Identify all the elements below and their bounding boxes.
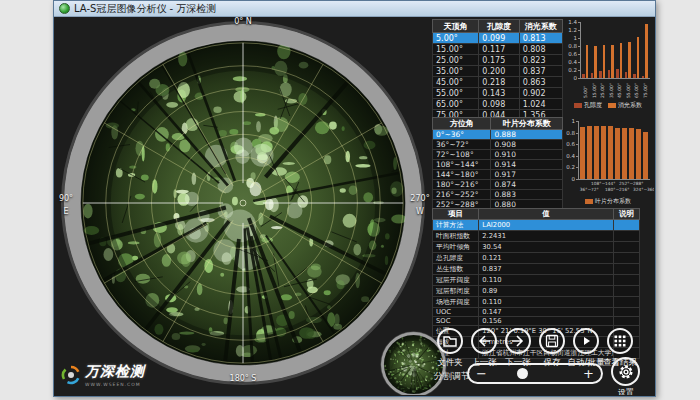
table-row[interactable]: 65.00°0.0981.024 [433, 99, 563, 110]
table-row[interactable]: 25.00°0.1750.823 [433, 55, 563, 66]
bar [608, 70, 611, 78]
brand-icon [61, 365, 81, 385]
x-tick-label: 45.00° [617, 78, 622, 98]
bar [603, 45, 606, 78]
table-row[interactable]: 冠层郁闭度0.89 [433, 286, 640, 297]
view-results-button[interactable] [607, 328, 633, 354]
app-window: LA-S冠层图像分析仪 - 万深检测 0° N 180° S 90° E 270… [53, 0, 656, 397]
y-tick-label: 0 [564, 75, 577, 81]
leaf-distribution-chart: 00.20.40.60.8136°~72°108°~144°180°~216°2… [564, 117, 652, 209]
y-tick [578, 54, 580, 55]
bar [594, 126, 599, 179]
x-axis [578, 179, 650, 180]
y-tick-label: 1.4 [564, 19, 577, 25]
porosity-extinction-chart: 00.20.40.60.811.21.45.00°15.00°25.00°35.… [564, 19, 652, 113]
y-tick-label: 1 [564, 118, 575, 124]
compass-east-degrees: 90° [57, 194, 75, 203]
bar [637, 37, 640, 78]
brand-subtext: WWW.WSEEN.COM [85, 382, 145, 387]
arrow-left-icon [477, 334, 491, 348]
y-tick-label: 0.4 [564, 59, 577, 65]
folder-button[interactable] [437, 328, 463, 354]
bar [636, 129, 641, 179]
app-icon [59, 3, 70, 14]
table-row[interactable]: 5.00°0.0990.813 [433, 33, 563, 44]
table-row[interactable]: UOC0.147 [433, 308, 640, 317]
table-row[interactable]: 冠层开阔度0.110 [433, 275, 640, 286]
table-row[interactable]: 36°~72°0.908 [433, 140, 563, 150]
bar [611, 45, 614, 78]
y-axis [580, 22, 581, 78]
column-header: 叶片分布系数 [491, 118, 563, 130]
legend-swatch [608, 103, 616, 108]
x-tick-label: 55.00° [626, 78, 631, 98]
bar [580, 127, 585, 179]
gear-icon [617, 363, 635, 381]
auto-batch-button[interactable] [573, 328, 599, 354]
legend-label: 孔隙度 [584, 101, 602, 110]
brand-logo: 万深检测 WWW.WSEEN.COM [61, 363, 145, 387]
settings-button-label: 设置 [608, 387, 644, 395]
y-tick [578, 30, 580, 31]
segmentation-slider[interactable]: − + [467, 363, 603, 384]
table-row[interactable]: 144°~180°0.917 [433, 170, 563, 180]
y-tick [576, 144, 578, 145]
slider-minus-button[interactable]: − [476, 366, 487, 381]
table-row[interactable]: 55.00°0.1430.902 [433, 88, 563, 99]
y-tick-label: 1 [564, 35, 577, 41]
next-button[interactable] [505, 328, 531, 354]
workspace: 0° N 180° S 90° E 270° W 天顶角孔隙度消光系数5.00°… [55, 17, 654, 395]
column-header: 孔隙度 [479, 20, 519, 33]
table-row[interactable]: 场地开阔度0.110 [433, 297, 640, 308]
bar [608, 126, 613, 179]
column-header: 天顶角 [433, 20, 479, 33]
save-button[interactable] [539, 328, 565, 354]
legend-label: 消光系数 [618, 101, 642, 110]
bar [599, 71, 602, 78]
y-tick [576, 156, 578, 157]
legend-swatch [585, 199, 593, 204]
table-row[interactable]: SOC0.156 [433, 317, 640, 326]
y-tick [578, 22, 580, 23]
settings-button[interactable] [611, 357, 640, 386]
previous-button[interactable] [471, 328, 497, 354]
table-row[interactable]: 35.00°0.2000.837 [433, 66, 563, 77]
bar [645, 24, 648, 78]
x-axis [580, 78, 650, 79]
slider-plus-button[interactable]: + [583, 366, 594, 381]
y-tick [578, 78, 580, 79]
y-tick [578, 38, 580, 39]
table-row[interactable]: 72°~108°0.910 [433, 150, 563, 160]
slider-handle[interactable] [517, 368, 528, 379]
compass-east-letter: E [57, 207, 75, 216]
canopy-fisheye-image[interactable] [59, 19, 427, 387]
column-header: 说明 [613, 209, 639, 220]
chart-legend: 叶片分布系数 [564, 197, 652, 206]
y-tick [578, 46, 580, 47]
table-row[interactable]: 叶面积指数2.2431 [433, 231, 640, 242]
table-row[interactable]: 计算方法LAI2000 [433, 220, 640, 231]
bar [587, 126, 592, 179]
y-tick-label: 0.6 [564, 141, 575, 147]
y-tick-label: 0.8 [564, 130, 575, 136]
y-tick [576, 133, 578, 134]
x-tick-label: 5.00° [583, 78, 588, 98]
bar [620, 43, 623, 78]
table-row[interactable]: 0°~36°0.888 [433, 130, 563, 140]
table-row[interactable]: 180°~216°0.874 [433, 180, 563, 190]
x-tick-label: 65.00° [634, 78, 639, 98]
table-row[interactable]: 216°~252°0.883 [433, 190, 563, 200]
grid-icon [613, 334, 627, 348]
bar [622, 128, 627, 179]
table-row[interactable]: 15.00°0.1170.808 [433, 44, 563, 55]
folder-icon [443, 334, 457, 348]
title-bar[interactable]: LA-S冠层图像分析仪 - 万深检测 [54, 1, 655, 17]
table-row[interactable]: 平均叶倾角30.54 [433, 242, 640, 253]
table-row[interactable]: 45.00°0.2180.863 [433, 77, 563, 88]
table-row[interactable]: 丛生指数0.837 [433, 264, 640, 275]
column-header: 消光系数 [519, 20, 562, 33]
y-tick [576, 179, 578, 180]
x-tick-label: 324°~360° [628, 187, 654, 192]
table-row[interactable]: 108°~144°0.914 [433, 160, 563, 170]
table-row[interactable]: 总孔隙度0.121 [433, 253, 640, 264]
